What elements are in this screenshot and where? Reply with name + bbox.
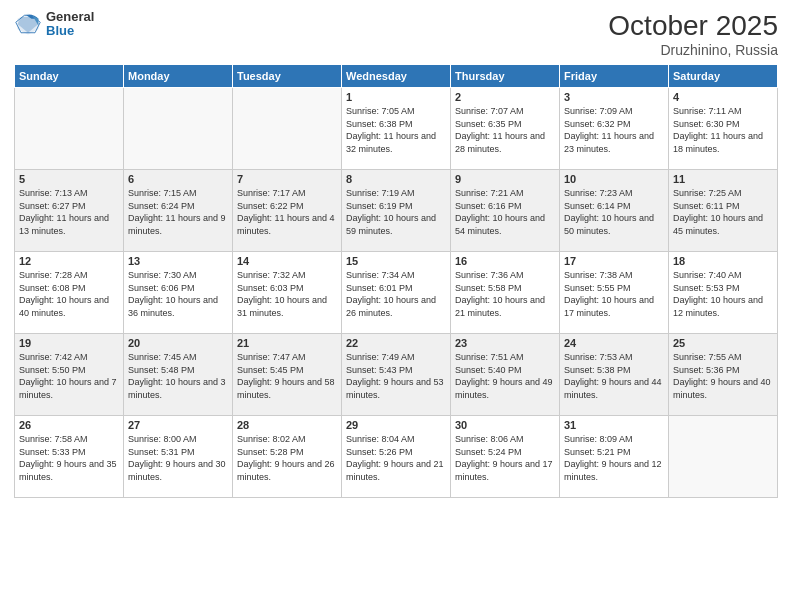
table-row: 17Sunrise: 7:38 AMSunset: 5:55 PMDayligh…	[560, 252, 669, 334]
day-number: 29	[346, 419, 446, 431]
table-row: 30Sunrise: 8:06 AMSunset: 5:24 PMDayligh…	[451, 416, 560, 498]
cell-info: Sunrise: 7:42 AMSunset: 5:50 PMDaylight:…	[19, 351, 119, 401]
cell-info: Sunrise: 7:28 AMSunset: 6:08 PMDaylight:…	[19, 269, 119, 319]
day-number: 5	[19, 173, 119, 185]
table-row: 6Sunrise: 7:15 AMSunset: 6:24 PMDaylight…	[124, 170, 233, 252]
col-sunday: Sunday	[15, 65, 124, 88]
cell-info: Sunrise: 8:02 AMSunset: 5:28 PMDaylight:…	[237, 433, 337, 483]
cell-info: Sunrise: 7:55 AMSunset: 5:36 PMDaylight:…	[673, 351, 773, 401]
table-row: 4Sunrise: 7:11 AMSunset: 6:30 PMDaylight…	[669, 88, 778, 170]
cell-info: Sunrise: 7:25 AMSunset: 6:11 PMDaylight:…	[673, 187, 773, 237]
cell-info: Sunrise: 7:09 AMSunset: 6:32 PMDaylight:…	[564, 105, 664, 155]
month-title: October 2025	[608, 10, 778, 42]
table-row	[233, 88, 342, 170]
calendar-table: Sunday Monday Tuesday Wednesday Thursday…	[14, 64, 778, 498]
day-number: 17	[564, 255, 664, 267]
cell-info: Sunrise: 7:19 AMSunset: 6:19 PMDaylight:…	[346, 187, 446, 237]
cell-info: Sunrise: 7:32 AMSunset: 6:03 PMDaylight:…	[237, 269, 337, 319]
table-row: 19Sunrise: 7:42 AMSunset: 5:50 PMDayligh…	[15, 334, 124, 416]
cell-info: Sunrise: 7:51 AMSunset: 5:40 PMDaylight:…	[455, 351, 555, 401]
day-number: 27	[128, 419, 228, 431]
day-number: 11	[673, 173, 773, 185]
day-number: 18	[673, 255, 773, 267]
cell-info: Sunrise: 8:00 AMSunset: 5:31 PMDaylight:…	[128, 433, 228, 483]
table-row: 24Sunrise: 7:53 AMSunset: 5:38 PMDayligh…	[560, 334, 669, 416]
table-row: 5Sunrise: 7:13 AMSunset: 6:27 PMDaylight…	[15, 170, 124, 252]
table-row: 27Sunrise: 8:00 AMSunset: 5:31 PMDayligh…	[124, 416, 233, 498]
table-row: 26Sunrise: 7:58 AMSunset: 5:33 PMDayligh…	[15, 416, 124, 498]
cell-info: Sunrise: 7:07 AMSunset: 6:35 PMDaylight:…	[455, 105, 555, 155]
day-number: 28	[237, 419, 337, 431]
table-row	[15, 88, 124, 170]
table-row: 29Sunrise: 8:04 AMSunset: 5:26 PMDayligh…	[342, 416, 451, 498]
cell-info: Sunrise: 7:49 AMSunset: 5:43 PMDaylight:…	[346, 351, 446, 401]
cell-info: Sunrise: 7:47 AMSunset: 5:45 PMDaylight:…	[237, 351, 337, 401]
cell-info: Sunrise: 7:58 AMSunset: 5:33 PMDaylight:…	[19, 433, 119, 483]
cell-info: Sunrise: 7:17 AMSunset: 6:22 PMDaylight:…	[237, 187, 337, 237]
day-number: 8	[346, 173, 446, 185]
day-number: 16	[455, 255, 555, 267]
table-row: 28Sunrise: 8:02 AMSunset: 5:28 PMDayligh…	[233, 416, 342, 498]
cell-info: Sunrise: 7:11 AMSunset: 6:30 PMDaylight:…	[673, 105, 773, 155]
table-row: 15Sunrise: 7:34 AMSunset: 6:01 PMDayligh…	[342, 252, 451, 334]
calendar-week-row: 12Sunrise: 7:28 AMSunset: 6:08 PMDayligh…	[15, 252, 778, 334]
table-row: 16Sunrise: 7:36 AMSunset: 5:58 PMDayligh…	[451, 252, 560, 334]
page-container: General Blue October 2025 Druzhinino, Ru…	[0, 0, 792, 612]
day-number: 30	[455, 419, 555, 431]
logo-icon	[14, 10, 42, 38]
table-row: 2Sunrise: 7:07 AMSunset: 6:35 PMDaylight…	[451, 88, 560, 170]
table-row: 11Sunrise: 7:25 AMSunset: 6:11 PMDayligh…	[669, 170, 778, 252]
page-header: General Blue October 2025 Druzhinino, Ru…	[14, 10, 778, 58]
calendar-header-row: Sunday Monday Tuesday Wednesday Thursday…	[15, 65, 778, 88]
cell-info: Sunrise: 7:15 AMSunset: 6:24 PMDaylight:…	[128, 187, 228, 237]
logo-blue-text: Blue	[46, 24, 94, 38]
cell-info: Sunrise: 8:04 AMSunset: 5:26 PMDaylight:…	[346, 433, 446, 483]
day-number: 10	[564, 173, 664, 185]
col-wednesday: Wednesday	[342, 65, 451, 88]
table-row: 10Sunrise: 7:23 AMSunset: 6:14 PMDayligh…	[560, 170, 669, 252]
cell-info: Sunrise: 7:38 AMSunset: 5:55 PMDaylight:…	[564, 269, 664, 319]
col-friday: Friday	[560, 65, 669, 88]
day-number: 21	[237, 337, 337, 349]
col-tuesday: Tuesday	[233, 65, 342, 88]
logo-general-text: General	[46, 10, 94, 24]
day-number: 15	[346, 255, 446, 267]
table-row: 14Sunrise: 7:32 AMSunset: 6:03 PMDayligh…	[233, 252, 342, 334]
calendar-week-row: 5Sunrise: 7:13 AMSunset: 6:27 PMDaylight…	[15, 170, 778, 252]
day-number: 23	[455, 337, 555, 349]
table-row: 18Sunrise: 7:40 AMSunset: 5:53 PMDayligh…	[669, 252, 778, 334]
cell-info: Sunrise: 7:13 AMSunset: 6:27 PMDaylight:…	[19, 187, 119, 237]
day-number: 13	[128, 255, 228, 267]
table-row: 21Sunrise: 7:47 AMSunset: 5:45 PMDayligh…	[233, 334, 342, 416]
cell-info: Sunrise: 7:21 AMSunset: 6:16 PMDaylight:…	[455, 187, 555, 237]
day-number: 6	[128, 173, 228, 185]
table-row	[124, 88, 233, 170]
cell-info: Sunrise: 7:23 AMSunset: 6:14 PMDaylight:…	[564, 187, 664, 237]
day-number: 26	[19, 419, 119, 431]
cell-info: Sunrise: 7:40 AMSunset: 5:53 PMDaylight:…	[673, 269, 773, 319]
cell-info: Sunrise: 8:06 AMSunset: 5:24 PMDaylight:…	[455, 433, 555, 483]
table-row: 9Sunrise: 7:21 AMSunset: 6:16 PMDaylight…	[451, 170, 560, 252]
day-number: 2	[455, 91, 555, 103]
cell-info: Sunrise: 7:53 AMSunset: 5:38 PMDaylight:…	[564, 351, 664, 401]
table-row: 23Sunrise: 7:51 AMSunset: 5:40 PMDayligh…	[451, 334, 560, 416]
day-number: 14	[237, 255, 337, 267]
day-number: 12	[19, 255, 119, 267]
col-monday: Monday	[124, 65, 233, 88]
table-row: 22Sunrise: 7:49 AMSunset: 5:43 PMDayligh…	[342, 334, 451, 416]
table-row: 12Sunrise: 7:28 AMSunset: 6:08 PMDayligh…	[15, 252, 124, 334]
cell-info: Sunrise: 8:09 AMSunset: 5:21 PMDaylight:…	[564, 433, 664, 483]
table-row: 25Sunrise: 7:55 AMSunset: 5:36 PMDayligh…	[669, 334, 778, 416]
logo-text: General Blue	[46, 10, 94, 39]
table-row: 8Sunrise: 7:19 AMSunset: 6:19 PMDaylight…	[342, 170, 451, 252]
location-title: Druzhinino, Russia	[608, 42, 778, 58]
day-number: 25	[673, 337, 773, 349]
table-row: 3Sunrise: 7:09 AMSunset: 6:32 PMDaylight…	[560, 88, 669, 170]
table-row: 1Sunrise: 7:05 AMSunset: 6:38 PMDaylight…	[342, 88, 451, 170]
logo: General Blue	[14, 10, 94, 39]
day-number: 1	[346, 91, 446, 103]
col-thursday: Thursday	[451, 65, 560, 88]
day-number: 20	[128, 337, 228, 349]
calendar-week-row: 1Sunrise: 7:05 AMSunset: 6:38 PMDaylight…	[15, 88, 778, 170]
calendar-week-row: 26Sunrise: 7:58 AMSunset: 5:33 PMDayligh…	[15, 416, 778, 498]
